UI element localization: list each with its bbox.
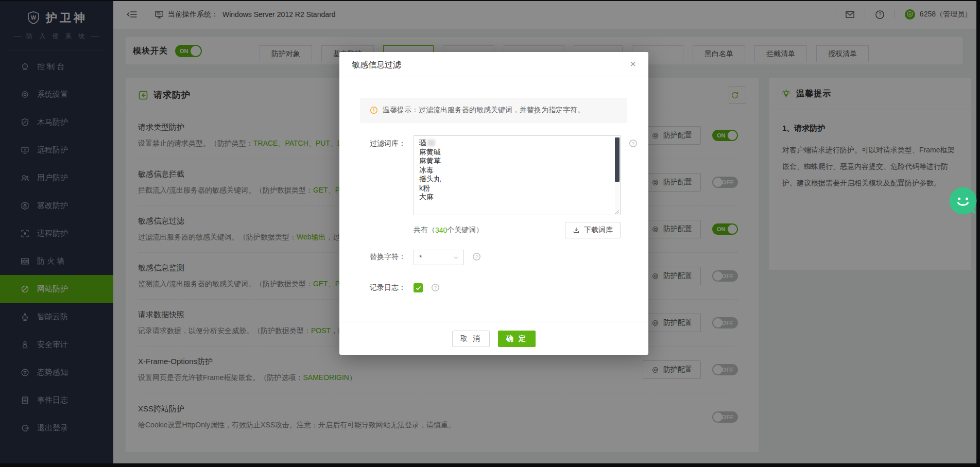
- dialog-title-bar: 敏感信息过滤 ×: [339, 52, 648, 77]
- sensitive-info-filter-dialog: 敏感信息过滤 × 温馨提示：过滤流出服务器的敏感关键词，并替换为指定字符。 过滤…: [339, 52, 648, 355]
- keyword-count: 340: [435, 226, 447, 234]
- log-row: 记录日志： ?: [360, 281, 627, 292]
- filter-word: k粉: [419, 184, 611, 193]
- check-icon: [415, 285, 422, 291]
- filter-words-help-icon[interactable]: ?: [629, 139, 638, 148]
- dialog-body: 温馨提示：过滤流出服务器的敏感关键词，并替换为指定字符。 过滤词库： 骚麻黄碱麻…: [339, 77, 648, 292]
- download-wordlist-button[interactable]: 下载词库: [565, 222, 621, 238]
- replace-char-select[interactable]: *: [414, 250, 464, 265]
- svg-text:?: ?: [475, 254, 478, 260]
- filter-word-text: 大麻: [419, 193, 434, 202]
- replace-char-help-icon[interactable]: ?: [472, 252, 481, 261]
- close-icon[interactable]: ×: [627, 52, 639, 77]
- keyword-count-line: 共有（340 个关键词） 下载词库: [414, 222, 621, 238]
- replace-char-label: 替换字符：: [360, 250, 406, 265]
- replace-char-value: *: [419, 253, 422, 262]
- filter-word: 冰毒: [419, 166, 611, 175]
- filter-words-label: 过滤词库：: [360, 135, 406, 238]
- filter-word: 麻黄草: [419, 157, 611, 166]
- svg-text:?: ?: [632, 141, 634, 146]
- log-checkbox[interactable]: [414, 283, 423, 292]
- download-icon: [573, 227, 580, 234]
- dialog-title: 敏感信息过滤: [352, 60, 401, 69]
- chevron-down-icon: [453, 254, 459, 261]
- dialog-tip-text: 温馨提示：过滤流出服务器的敏感关键词，并替换为指定字符。: [383, 106, 584, 115]
- replace-char-row: 替换字符： * ?: [360, 250, 627, 265]
- filter-word: 大麻: [419, 193, 611, 202]
- textarea-scrollbar[interactable]: [615, 136, 620, 214]
- ok-button[interactable]: 确 定: [498, 331, 536, 347]
- warning-circle-icon: [370, 106, 378, 114]
- svg-text:?: ?: [434, 285, 437, 290]
- log-help-icon[interactable]: ?: [431, 283, 440, 292]
- redacted-word-fragment: [427, 140, 435, 146]
- filter-words-textarea[interactable]: 骚麻黄碱麻黄草冰毒摇头丸k粉大麻: [414, 135, 621, 215]
- filter-word: 麻黄碱: [419, 148, 611, 157]
- filter-word-text: 麻黄碱: [419, 148, 441, 157]
- filter-word-text: 骚: [419, 139, 426, 148]
- dialog-footer: 取 消 确 定: [339, 322, 648, 355]
- filter-word: 骚: [419, 139, 611, 148]
- filter-word-text: 麻黄草: [419, 157, 441, 166]
- log-label: 记录日志：: [360, 281, 406, 292]
- filter-word-text: 冰毒: [419, 166, 434, 175]
- filter-words-content: 骚麻黄碱麻黄草冰毒摇头丸k粉大麻: [419, 139, 611, 202]
- customer-service-chat-icon[interactable]: [949, 186, 978, 216]
- resize-handle-icon[interactable]: [615, 210, 620, 214]
- filter-word-text: k粉: [419, 184, 430, 193]
- cancel-button[interactable]: 取 消: [452, 331, 490, 347]
- scrollbar-thumb[interactable]: [615, 137, 620, 182]
- count-suffix: 个关键词）: [447, 226, 483, 235]
- filter-word: 摇头丸: [419, 175, 611, 184]
- dialog-tip-bar: 温馨提示：过滤流出服务器的敏感关键词，并替换为指定字符。: [360, 98, 627, 123]
- download-label: 下载词库: [584, 226, 613, 235]
- filter-word-text: 摇头丸: [419, 175, 441, 184]
- count-prefix: 共有（: [414, 226, 435, 235]
- filter-words-row: 过滤词库： 骚麻黄碱麻黄草冰毒摇头丸k粉大麻 共有（340 个关键词） 下载词库: [360, 135, 627, 238]
